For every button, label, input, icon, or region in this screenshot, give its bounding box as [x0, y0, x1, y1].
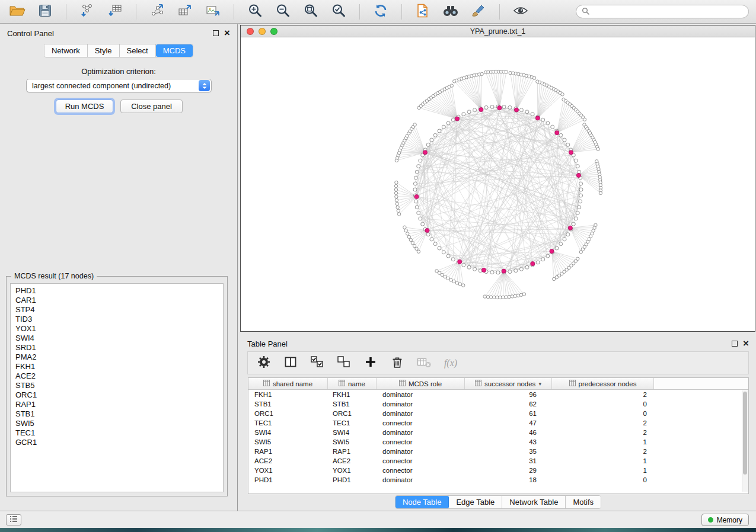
memory-button[interactable]: Memory: [701, 514, 749, 526]
import-network-file-button[interactable]: [76, 2, 98, 21]
tab-node-table[interactable]: Node Table: [395, 496, 449, 508]
select-all-button[interactable]: [310, 355, 325, 371]
export-network-button[interactable]: [146, 2, 168, 21]
optimization-criterion-label: Optimization criterion:: [0, 67, 237, 76]
mcds-result-item[interactable]: STP4: [11, 305, 223, 315]
mcds-result-item[interactable]: GCR1: [11, 438, 223, 447]
table-scrollbar[interactable]: [742, 390, 748, 492]
import-table-file-button[interactable]: [104, 2, 126, 21]
export-image-button[interactable]: [202, 2, 224, 21]
mcds-result-item[interactable]: SWI4: [11, 334, 223, 343]
close-traffic-light[interactable]: [247, 28, 254, 35]
mcds-result-item[interactable]: STB1: [11, 409, 223, 419]
column-header-successor-nodes[interactable]: successor nodes▾: [465, 378, 552, 389]
tab-select[interactable]: Select: [120, 44, 156, 57]
table-panel-close-button[interactable]: ×: [743, 340, 749, 347]
table-header-row: shared namenameMCDS rolesuccessor nodes▾…: [248, 378, 748, 390]
minimize-traffic-light[interactable]: [259, 28, 266, 35]
memory-label: Memory: [717, 516, 742, 524]
table-row[interactable]: YOX1YOX1connector291: [248, 466, 748, 475]
zoom-selected-button[interactable]: [327, 2, 350, 21]
table-row[interactable]: SWI5SWI5connector431: [248, 437, 748, 447]
column-header-name[interactable]: name: [328, 378, 377, 389]
deselect-all-button[interactable]: [336, 355, 352, 371]
show-hide-details-button[interactable]: [509, 2, 532, 21]
add-column-button[interactable]: [363, 355, 378, 371]
table-row[interactable]: PHD1PHD1dominator180: [248, 475, 748, 485]
control-panel-float-button[interactable]: [213, 30, 219, 36]
tab-mcds[interactable]: MCDS: [156, 44, 193, 57]
function-builder-button[interactable]: f(x): [443, 355, 458, 371]
column-header-mcds-role[interactable]: MCDS role: [377, 378, 465, 389]
mcds-result-item[interactable]: STB5: [11, 381, 223, 390]
table-row[interactable]: SWI4SWI4dominator462: [248, 428, 748, 437]
status-bar: Memory: [0, 511, 756, 528]
export-table-button[interactable]: [174, 2, 196, 21]
export-document-button[interactable]: [412, 2, 434, 21]
delete-table-button[interactable]: [416, 355, 432, 371]
add-column-icon: [364, 355, 377, 370]
tab-network[interactable]: Network: [44, 44, 88, 57]
zoom-fit-button[interactable]: [299, 2, 322, 21]
criterion-select[interactable]: largest connected component (undirected): [26, 79, 212, 92]
network-graph[interactable]: [241, 38, 755, 331]
table-settings-button[interactable]: [256, 355, 272, 371]
control-panel-title: Control Panel: [7, 29, 54, 38]
mcds-result-item[interactable]: ORC1: [11, 390, 223, 400]
table-row[interactable]: RAP1RAP1dominator352: [248, 447, 748, 456]
mcds-result-item[interactable]: RAP1: [11, 400, 223, 409]
show-columns-button[interactable]: [283, 355, 298, 371]
tab-style[interactable]: Style: [88, 44, 120, 57]
table-cell: dominator: [377, 399, 465, 409]
mcds-result-item[interactable]: YOX1: [11, 324, 223, 334]
mcds-result-item[interactable]: TEC1: [11, 428, 223, 438]
table-body: FKH1FKH1dominator962STB1STB1dominator620…: [248, 390, 748, 485]
close-panel-button[interactable]: Close panel: [120, 100, 183, 113]
tab-network-table[interactable]: Network Table: [502, 496, 566, 508]
apply-layout-button[interactable]: [369, 2, 392, 21]
delete-column-button[interactable]: [390, 355, 405, 371]
export-document-icon: [415, 3, 430, 20]
table-cell: 0: [552, 399, 654, 409]
table-row[interactable]: ACE2ACE2connector311: [248, 456, 748, 466]
mcds-result-item[interactable]: ACE2: [11, 371, 223, 381]
zoom-traffic-light[interactable]: [270, 28, 277, 35]
mcds-result-item[interactable]: PMA2: [11, 352, 223, 362]
column-header-shared-name[interactable]: shared name: [248, 378, 328, 389]
mcds-result-item[interactable]: SWI5: [11, 419, 223, 428]
mcds-result-item[interactable]: FKH1: [11, 362, 223, 371]
open-file-button[interactable]: [6, 2, 28, 21]
table-row[interactable]: STB1STB1dominator620: [248, 399, 748, 409]
zoom-out-button[interactable]: [272, 2, 294, 21]
table-row[interactable]: ORC1ORC1dominator610: [248, 409, 748, 418]
delete-column-icon: [390, 355, 404, 371]
table-cell: 1: [552, 456, 654, 466]
table-row[interactable]: TEC1TEC1connector472: [248, 418, 748, 428]
scrollbar-thumb[interactable]: [743, 392, 747, 475]
save-session-button[interactable]: [34, 2, 56, 21]
mcds-result-item[interactable]: PHD1: [11, 286, 223, 296]
run-mcds-button[interactable]: Run MCDS: [56, 100, 113, 113]
mcds-result-list[interactable]: PHD1CAR1STP4TID3YOX1SWI4SRD1PMA2FKH1ACE2…: [10, 283, 224, 492]
table-cell: SWI5: [248, 437, 328, 447]
tab-motifs[interactable]: Motifs: [566, 496, 601, 508]
tab-edge-table[interactable]: Edge Table: [449, 496, 502, 508]
table-cell: 18: [465, 475, 552, 485]
node-table[interactable]: shared namenameMCDS rolesuccessor nodes▾…: [248, 377, 749, 494]
search-network-button[interactable]: [439, 2, 462, 21]
search-box[interactable]: [576, 5, 749, 18]
table-row[interactable]: FKH1FKH1dominator962: [248, 390, 748, 399]
graphics-details-button[interactable]: [467, 2, 490, 21]
status-menu-button[interactable]: [6, 514, 21, 525]
mcds-result-item[interactable]: TID3: [11, 315, 223, 324]
zoom-in-button[interactable]: [244, 2, 266, 21]
mcds-result-item[interactable]: CAR1: [11, 296, 223, 305]
column-grip-icon: [569, 380, 576, 387]
table-panel-float-button[interactable]: [732, 341, 738, 347]
column-header-filler: [654, 378, 748, 389]
control-panel-close-button[interactable]: ×: [224, 30, 230, 37]
mcds-result-item[interactable]: SRD1: [11, 343, 223, 352]
column-header-predecessor-nodes[interactable]: predecessor nodes: [552, 378, 654, 389]
search-input[interactable]: [593, 8, 743, 16]
network-canvas[interactable]: [241, 38, 755, 331]
